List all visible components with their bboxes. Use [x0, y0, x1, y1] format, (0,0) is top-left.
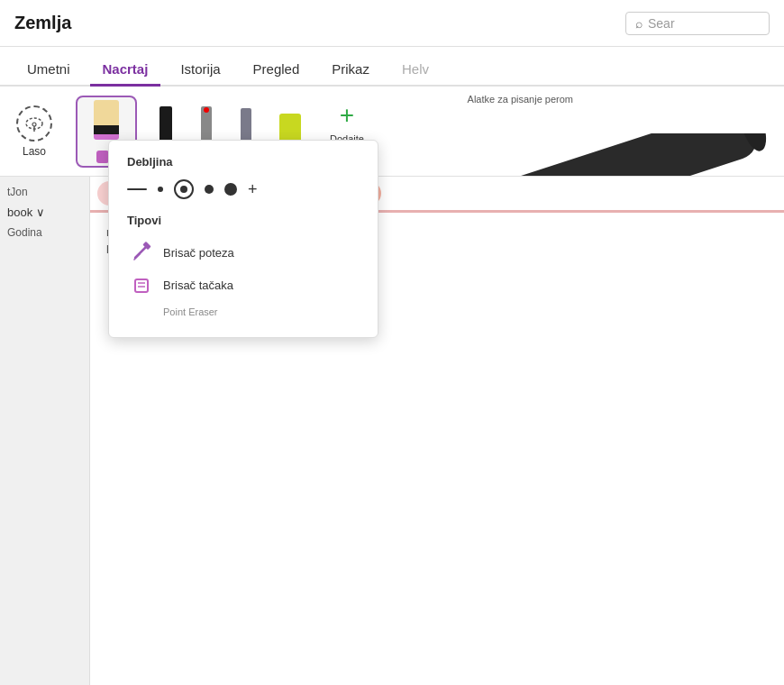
sidebar-item-godina: Godina	[7, 226, 82, 239]
brisac-tacaka-item[interactable]: Brisač tačaka	[127, 269, 360, 301]
thickness-title: Debljina	[127, 155, 360, 169]
tipovi-section: Tipovi Brisač poteza	[127, 214, 360, 323]
tab-umetni[interactable]: Umetni	[14, 54, 83, 87]
brisac-poteza-icon	[131, 242, 152, 263]
brisac-tacaka-icon	[131, 274, 152, 296]
tab-help[interactable]: Helv	[389, 54, 442, 87]
app-title: Zemlja	[14, 13, 71, 33]
eraser-dropdown-popup: Debljina + Tipovi Brisač pot	[108, 140, 378, 338]
lasso-tool[interactable]: Laso	[7, 98, 61, 165]
search-placeholder: Sear	[648, 16, 760, 31]
pen-writing-label: Alatke za pisanje perom	[464, 94, 577, 105]
tab-pregled[interactable]: Pregled	[241, 54, 313, 87]
thickness-plus-icon[interactable]: +	[248, 180, 258, 199]
point-eraser-tooltip: Point Eraser	[163, 306, 218, 317]
ribbon-tabs: Umetni Nacrtaj Istorija Pregled Prikaz H…	[0, 47, 784, 87]
tab-nacrtaj[interactable]: Nacrtaj	[90, 54, 161, 87]
app-container: Zemlja ⌕ Sear Umetni Nacrtaj Istorija Pr…	[0, 0, 784, 685]
brisac-tacaka-label: Brisač tačaka	[163, 279, 233, 292]
left-sidebar: tJon book ∨ Godina	[0, 177, 90, 685]
search-icon: ⌕	[635, 16, 643, 31]
svg-point-9	[204, 107, 209, 113]
brisac-poteza-label: Brisač poteza	[163, 246, 234, 260]
sidebar-item-jon: tJon	[7, 186, 82, 198]
notebook-name: book	[7, 206, 32, 219]
thickness-small[interactable]	[158, 187, 163, 192]
thickness-row: +	[127, 179, 360, 199]
tab-prikaz[interactable]: Prikaz	[319, 54, 382, 87]
svg-rect-21	[135, 279, 148, 292]
thickness-medium-inner	[180, 186, 187, 193]
title-bar: Zemlja ⌕ Sear	[0, 0, 784, 47]
add-icon: +	[340, 103, 354, 128]
point-eraser-label-item: Point Eraser	[127, 301, 360, 323]
lasso-label: Laso	[23, 145, 46, 158]
sidebar-notebook[interactable]: book ∨	[7, 206, 82, 219]
brisac-poteza-item[interactable]: Brisač poteza	[127, 236, 360, 269]
svg-point-2	[32, 123, 36, 126]
thickness-xlarge[interactable]	[224, 183, 237, 196]
stylus-image	[451, 133, 784, 177]
lasso-icon	[16, 105, 52, 142]
thickness-large[interactable]	[205, 185, 214, 194]
search-box[interactable]: ⌕ Sear	[625, 12, 770, 35]
thickness-thin[interactable]	[127, 188, 147, 190]
svg-point-19	[735, 133, 771, 154]
tipovi-title: Tipovi	[127, 214, 360, 227]
tab-istorija[interactable]: Istorija	[168, 54, 232, 87]
svg-rect-16	[454, 133, 761, 177]
thickness-medium-selected[interactable]	[174, 179, 194, 199]
notebook-chevron-icon: ∨	[36, 206, 45, 219]
